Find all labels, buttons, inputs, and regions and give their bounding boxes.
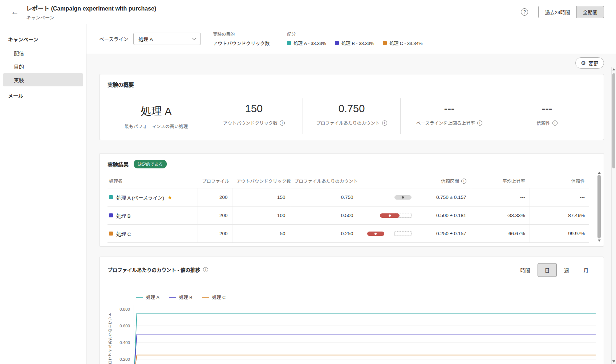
back-button[interactable]: ←	[9, 7, 21, 17]
period-button-month[interactable]: 月	[576, 263, 596, 277]
scroll-up-arrow[interactable]	[598, 172, 601, 174]
table-row-treatment-c[interactable]: 処理 C 200 50 0.250 0.250 ± 0.157 -66.67% …	[108, 225, 589, 243]
scrollbar-thumb[interactable]	[597, 175, 601, 238]
legend-item-treatment-c[interactable]: 処理 C	[202, 294, 226, 300]
legend-item-treatment-b[interactable]: 処理 B	[169, 294, 192, 300]
treatment-a-swatch	[287, 41, 291, 45]
period-button-week[interactable]: 週	[557, 263, 576, 277]
sidebar-item-experiment[interactable]: 実験	[3, 73, 83, 86]
trend-title: プロファイルあたりのカウント - 値の推移	[108, 266, 200, 273]
info-icon[interactable]	[382, 120, 387, 126]
table-row-treatment-b[interactable]: 処理 B 200 100 0.500 0.500 ± 0.181 -33.33%…	[108, 206, 589, 225]
objective-block: 実験の目的 アウトバウンドクリック数	[213, 31, 270, 46]
scrollbar-thumb[interactable]	[612, 73, 615, 168]
page-scrollbar[interactable]	[611, 67, 616, 364]
summary-stats-row: 処理 A 最もパフォーマンスの高い処理 150 アウトバウンドクリック数 0.7…	[108, 98, 596, 134]
scroll-up-arrow[interactable]	[612, 68, 615, 70]
stat-confidence: --- 信頼性	[498, 98, 596, 134]
profiles-value: 200	[198, 206, 232, 225]
legend-line-swatch	[136, 297, 143, 298]
time-range-toggle: 過去24時間 全期間	[538, 6, 604, 18]
chevron-down-icon	[192, 36, 196, 40]
treatment-color-swatch	[109, 213, 113, 217]
range-button-last24h[interactable]: 過去24時間	[538, 6, 576, 18]
treatment-c-swatch	[383, 41, 387, 45]
results-title: 実験結果	[108, 160, 129, 168]
scroll-down-arrow[interactable]	[598, 240, 601, 242]
ci-value: 0.750 ± 0.157	[417, 195, 466, 200]
confidence-value: 87.46%	[530, 206, 589, 225]
stat-value: 150	[205, 103, 303, 115]
clicks-value: 100	[232, 206, 290, 225]
table-scrollbar[interactable]	[597, 170, 601, 243]
clicks-value: 150	[232, 188, 290, 206]
stat-count-per-profile: 0.750 プロファイルあたりのカウント	[303, 98, 400, 134]
stat-value: 0.750	[303, 103, 400, 115]
page-title: レポート (Campaign experiment with purchase)	[26, 4, 156, 12]
period-button-hour[interactable]: 時間	[513, 263, 538, 277]
count-value: 0.500	[290, 206, 358, 225]
ci-mean-dot	[374, 233, 377, 235]
baseline-star-icon: ★	[167, 195, 172, 200]
confidence-value: 99.97%	[530, 225, 589, 243]
experiment-results-card: 実験結果 決定的である 処理名 プロファイル アウトバウンドクリック数 プロファ…	[99, 153, 604, 247]
trend-info-icon[interactable]	[203, 267, 208, 272]
info-icon[interactable]	[477, 120, 482, 126]
y-axis-label: プロファイルあたりのカウント	[108, 305, 113, 364]
main-content: ⚙ 変更 実験の概要 処理 A 最もパフォーマンスの高い処理 150 アウトバウ…	[86, 54, 616, 364]
info-icon[interactable]	[552, 120, 558, 126]
help-button[interactable]: ?	[521, 8, 528, 16]
scroll-down-arrow[interactable]	[612, 360, 615, 363]
summary-title: 実験の概要	[108, 81, 596, 88]
count-value: 0.250	[290, 225, 358, 243]
stat-outbound-clicks: 150 アウトバウンドクリック数	[205, 98, 303, 134]
y-tick-labels: 0.2000.4000.6000.800	[113, 305, 134, 364]
legend-item-treatment-a[interactable]: 処理 A	[136, 294, 159, 300]
confidence-interval-graphic	[362, 194, 417, 201]
col-treatment-name: 処理名	[108, 174, 198, 188]
ci-info-icon[interactable]	[461, 179, 466, 184]
help-icon: ?	[523, 9, 526, 15]
treatment-name: 処理 B	[116, 212, 131, 219]
sidebar-section-campaign: キャンペーン	[0, 32, 86, 46]
period-button-day[interactable]: 日	[538, 263, 557, 277]
distribution-item-b: 処理 B - 33.33%	[335, 40, 374, 46]
ci-column-label: 信頼区間	[441, 177, 459, 184]
count-value: 0.750	[290, 188, 358, 206]
col-profiles: プロファイル	[198, 174, 232, 188]
experiment-summary-card: 実験の概要 処理 A 最もパフォーマンスの高い処理 150 アウトバウンドクリッ…	[99, 74, 604, 140]
baseline-select[interactable]: 処理 A	[133, 33, 201, 45]
trend-chart-svg	[134, 305, 596, 364]
baseline-selected-value: 処理 A	[138, 35, 153, 42]
change-button[interactable]: ⚙ 変更	[575, 57, 604, 69]
legend-label: 処理 B	[179, 294, 192, 300]
title-block: レポート (Campaign experiment with purchase)…	[26, 4, 156, 21]
distribution-item-c: 処理 C - 33.34%	[383, 40, 422, 46]
col-clicks: アウトバウンドクリック数	[232, 174, 290, 188]
stat-label: 最もパフォーマンスの高い処理	[125, 123, 188, 130]
chart-header: プロファイルあたりのカウント - 値の推移 時間 日 週 月	[108, 263, 596, 277]
table-row-treatment-a[interactable]: 処理 A (ベースライン) ★ 200 150 0.750 0.750 ± 0.…	[108, 188, 589, 206]
y-tick-label: 0.800	[119, 307, 130, 311]
distribution-block: 配分 処理 A - 33.33% 処理 B - 33.33% 処理 C - 33…	[287, 31, 422, 46]
trend-chart-card: プロファイルあたりのカウント - 値の推移 時間 日 週 月 処理 A 処理 B…	[99, 257, 604, 364]
stat-label: ベースラインを上回る上昇率	[416, 119, 475, 126]
baseline-label: ベースライン	[99, 35, 128, 42]
distribution-label-b: 処理 B - 33.33%	[341, 40, 374, 46]
col-confidence-interval: 信頼区間	[358, 174, 471, 188]
profiles-value: 200	[198, 225, 232, 243]
chart-title-row: プロファイルあたりのカウント - 値の推移	[108, 266, 208, 273]
info-icon[interactable]	[280, 120, 285, 126]
stat-label: プロファイルあたりのカウント	[316, 119, 380, 126]
sidebar-item-delivery[interactable]: 配信	[3, 46, 83, 60]
breadcrumb: キャンペーン	[26, 14, 156, 21]
change-row: ⚙ 変更	[575, 57, 604, 69]
chart-legend: 処理 A 処理 B 処理 C	[136, 294, 596, 300]
range-button-alltime[interactable]: 全期間	[576, 6, 604, 18]
sidebar-item-objective[interactable]: 目的	[3, 60, 83, 73]
baseline-range-box	[394, 231, 412, 236]
y-tick-label: 0.600	[119, 324, 130, 328]
treatment-b-swatch	[335, 41, 339, 45]
treatment-color-swatch	[109, 232, 113, 236]
legend-line-swatch	[169, 297, 176, 298]
